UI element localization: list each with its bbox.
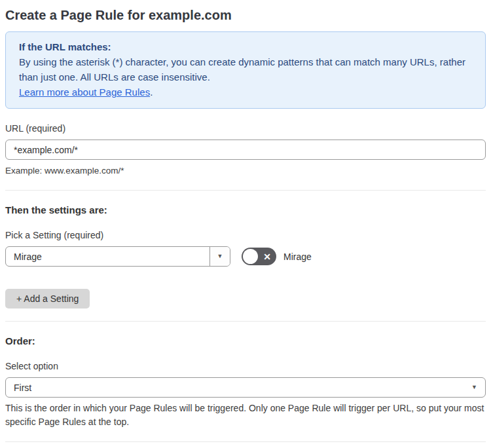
mirage-toggle[interactable]: ✕: [242, 248, 276, 265]
order-section-heading: Order:: [5, 335, 486, 346]
order-helper-text: This is the order in which your Page Rul…: [5, 401, 486, 429]
settings-section-heading: Then the settings are:: [5, 204, 486, 215]
order-select-value: First: [14, 383, 31, 393]
learn-more-link[interactable]: Learn more about Page Rules: [19, 86, 150, 98]
divider: [5, 190, 486, 191]
chevron-down-icon: ▼: [471, 384, 477, 390]
order-select-label: Select option: [5, 361, 486, 371]
setting-select-arrow-button[interactable]: ▼: [209, 247, 230, 266]
chevron-down-icon: ▼: [217, 253, 223, 259]
divider: [5, 321, 486, 322]
info-box-body: By using the asterisk (*) character, you…: [19, 54, 472, 84]
setting-select[interactable]: Mirage ▼: [5, 246, 230, 267]
divider: [5, 441, 486, 442]
page-title: Create a Page Rule for example.com: [5, 0, 486, 24]
toggle-knob: [243, 249, 258, 264]
order-select[interactable]: First ▼: [5, 377, 486, 398]
url-match-info-box: If the URL matches: By using the asteris…: [5, 31, 486, 109]
toggle-label: Mirage: [283, 252, 312, 262]
add-setting-button[interactable]: + Add a Setting: [5, 289, 90, 308]
url-helper-text: Example: www.example.com/*: [5, 164, 486, 177]
setting-select-value: Mirage: [6, 247, 209, 266]
info-box-heading: If the URL matches:: [19, 39, 472, 54]
setting-row: Mirage ▼ ✕ Mirage: [5, 246, 486, 267]
x-icon: ✕: [263, 248, 271, 265]
pick-setting-label: Pick a Setting (required): [5, 230, 486, 240]
info-box-link-line: Learn more about Page Rules.: [19, 84, 472, 100]
link-period: .: [150, 86, 153, 98]
url-field-label: URL (required): [5, 123, 486, 134]
url-input[interactable]: [5, 140, 486, 160]
